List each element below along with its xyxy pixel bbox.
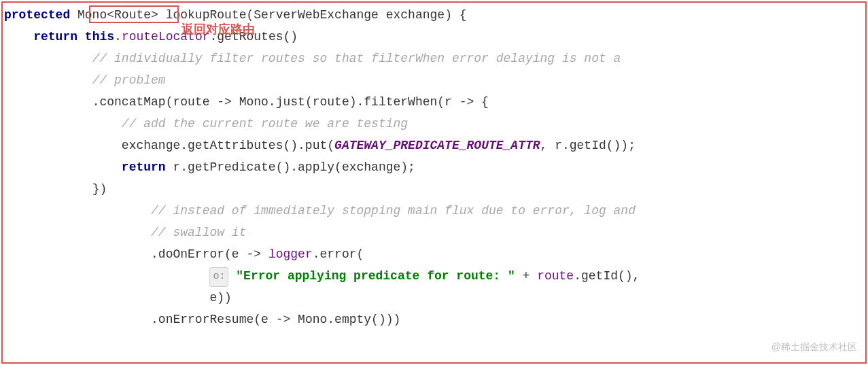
line-7: exchange.getAttributes().put(GATEWAY_PRE…	[4, 139, 636, 152]
comment: // individually filter routes so that fi…	[92, 52, 621, 65]
getId-call: .getId(),	[574, 269, 640, 283]
indent	[4, 52, 92, 65]
return-type: Mono<Route>	[70, 8, 165, 22]
line-2: return this.routeLocator.getRoutes()	[4, 30, 298, 44]
line-14: e))	[4, 291, 232, 305]
line-6: // add the current route we are testing	[4, 117, 408, 131]
comment: // instead of immediately stopping main …	[151, 204, 636, 218]
line-11: // swallow it	[4, 226, 246, 239]
plus: +	[515, 269, 537, 283]
line-1: protected Mono<Route> lookupRoute(Server…	[4, 8, 467, 22]
indent	[4, 95, 92, 109]
line-10: // instead of immediately stopping main …	[4, 204, 636, 218]
keyword-return: return	[122, 160, 166, 174]
keyword-this: this	[85, 30, 114, 44]
code-container: 返回对应路由 protected Mono<Route> lookupRoute…	[1, 1, 867, 364]
indent	[4, 73, 92, 87]
line-4: // problem	[4, 73, 166, 87]
dot: .	[114, 30, 122, 44]
method-name: lookupRoute	[166, 8, 247, 22]
comment: // add the current route we are testing	[122, 117, 408, 131]
param-hint: o:	[209, 267, 228, 287]
doOnError-prefix: .doOnError(e ->	[151, 247, 268, 261]
code-block: protected Mono<Route> lookupRoute(Server…	[4, 4, 864, 330]
keyword-protected: protected	[4, 8, 70, 22]
line-15: .onErrorResume(e -> Mono.empty()))	[4, 313, 400, 326]
watermark: @稀土掘金技术社区	[771, 338, 857, 355]
apply-call: r.getPredicate().apply(exchange);	[166, 160, 415, 174]
line-9: })	[4, 182, 107, 196]
indent	[4, 269, 209, 283]
line-12: .doOnError(e -> logger.error(	[4, 247, 364, 261]
indent	[4, 30, 33, 44]
var-route: route	[537, 269, 574, 283]
error-call: .error(	[313, 247, 364, 261]
member-routeLocator: routeLocator	[122, 30, 210, 44]
comment: // swallow it	[151, 226, 246, 239]
space	[77, 30, 85, 44]
string-literal: "Error applying predicate for route: "	[236, 269, 515, 283]
indent	[4, 182, 92, 196]
indent	[4, 291, 209, 305]
indent	[4, 117, 122, 131]
indent	[4, 160, 122, 174]
line-13: o: "Error applying predicate for route: …	[4, 269, 640, 283]
indent	[4, 226, 151, 239]
put-call-prefix: exchange.getAttributes().put(	[122, 139, 334, 152]
member-logger: logger	[268, 247, 313, 261]
put-call-suffix: , r.getId());	[540, 139, 636, 152]
close-brace: })	[92, 182, 107, 196]
concatMap-call: .concatMap(route -> Mono.just(route).fil…	[92, 95, 489, 109]
indent	[4, 139, 122, 152]
static-gateway-attr: GATEWAY_PREDICATE_ROUTE_ATTR	[334, 139, 540, 152]
onErrorResume-call: .onErrorResume(e -> Mono.empty()))	[151, 313, 400, 326]
line-5: .concatMap(route -> Mono.just(route).fil…	[4, 95, 489, 109]
indent	[4, 313, 151, 326]
indent	[4, 204, 151, 218]
comment: // problem	[92, 73, 166, 87]
line-8: return r.getPredicate().apply(exchange);	[4, 160, 415, 174]
indent	[4, 247, 151, 261]
call-getRoutes: .getRoutes()	[210, 30, 298, 44]
line-3: // individually filter routes so that fi…	[4, 52, 621, 65]
keyword-return: return	[33, 30, 77, 44]
close-args: e))	[209, 291, 231, 305]
params: (ServerWebExchange exchange) {	[246, 8, 466, 22]
